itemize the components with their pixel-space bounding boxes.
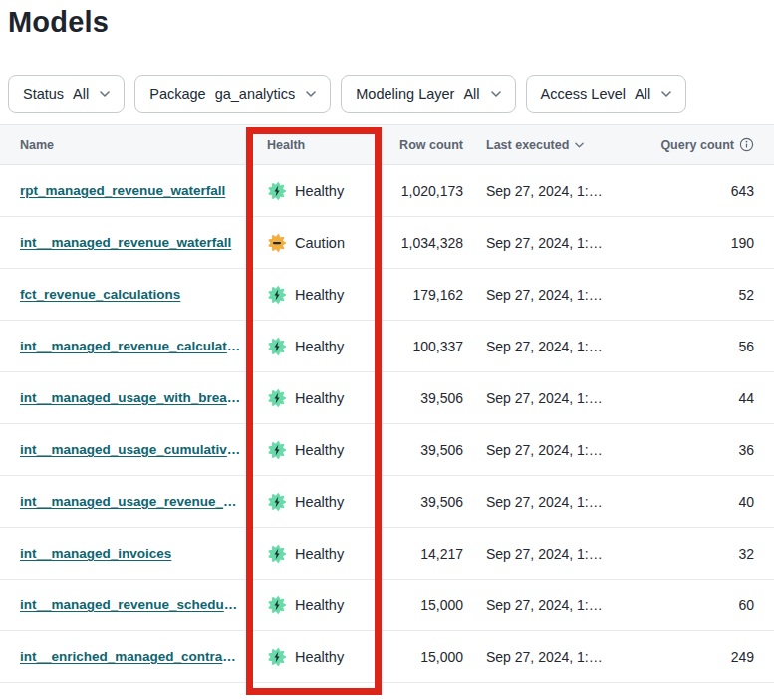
health-label: Healthy	[295, 390, 344, 406]
query-count-cell: 44	[645, 390, 774, 406]
last-executed-cell: Sep 27, 2024, 1:…	[471, 442, 645, 458]
model-name-link[interactable]: rpt_managed_revenue_waterfall	[20, 183, 241, 198]
model-name-link[interactable]: int__managed_revenue_schedule_…	[20, 597, 241, 612]
filter-status[interactable]: Status All	[8, 75, 125, 113]
health-label: Caution	[295, 235, 345, 251]
health-label: Healthy	[295, 649, 344, 665]
model-name-link[interactable]: fct_revenue_calculations	[20, 287, 241, 302]
filter-bar: Status All Package ga_analytics Modeling…	[8, 75, 774, 113]
query-count-cell: 249	[645, 649, 774, 665]
filter-label: Access Level	[541, 86, 626, 102]
filter-value: All	[635, 86, 650, 102]
health-badge-icon	[267, 181, 287, 201]
table-row: int__managed_invoices Healthy 14,217 Sep…	[0, 528, 774, 580]
row-count-cell: 15,000	[382, 649, 471, 665]
health-cell: Healthy	[249, 492, 382, 512]
query-count-cell: 643	[645, 183, 774, 199]
last-executed-cell: Sep 27, 2024, 1:…	[471, 494, 645, 510]
filter-access-level[interactable]: Access Level All	[526, 75, 687, 113]
health-label: Healthy	[295, 183, 344, 199]
health-badge-icon	[267, 285, 287, 305]
table-body: rpt_managed_revenue_waterfall Healthy 1,…	[0, 165, 774, 683]
health-cell: Healthy	[249, 285, 382, 305]
filter-value: All	[73, 86, 89, 102]
row-count-cell: 39,506	[382, 390, 471, 406]
health-cell: Healthy	[249, 388, 382, 408]
health-badge-icon	[267, 337, 287, 356]
table-row: int__managed_usage_cumulative_… Healthy …	[0, 424, 774, 476]
health-badge-icon	[267, 233, 287, 253]
chevron-down-icon	[661, 91, 671, 97]
page-title: Models	[8, 6, 774, 39]
query-count-cell: 36	[645, 442, 774, 458]
last-executed-cell: Sep 27, 2024, 1:…	[471, 235, 645, 251]
table-row: rpt_managed_revenue_waterfall Healthy 1,…	[0, 165, 774, 217]
filter-value: ga_analytics	[215, 86, 296, 102]
health-label: Healthy	[295, 339, 344, 354]
model-name-link[interactable]: int__managed_usage_revenue_sc…	[20, 494, 241, 509]
info-icon[interactable]	[739, 137, 754, 152]
health-label: Healthy	[295, 546, 344, 562]
health-badge-icon	[267, 647, 287, 667]
chevron-down-icon	[306, 91, 316, 97]
health-label: Healthy	[295, 442, 344, 458]
column-header-last-executed[interactable]: Last executed	[471, 138, 645, 152]
sort-chevron-icon	[575, 142, 584, 148]
health-cell: Healthy	[249, 337, 382, 356]
table-row: int__managed_revenue_schedule_… Healthy …	[0, 580, 774, 631]
last-executed-cell: Sep 27, 2024, 1:…	[471, 339, 645, 354]
column-header-name: Name	[0, 138, 249, 152]
query-count-cell: 52	[645, 287, 774, 303]
last-executed-cell: Sep 27, 2024, 1:…	[471, 390, 645, 406]
last-executed-cell: Sep 27, 2024, 1:…	[471, 597, 645, 613]
table-header-row: Name Health Row count Last executed Quer…	[0, 124, 774, 165]
health-cell: Healthy	[249, 647, 382, 667]
query-count-cell: 60	[645, 597, 774, 613]
column-header-label: Query count	[660, 138, 734, 152]
model-name-link[interactable]: int__managed_revenue_calculations	[20, 339, 241, 353]
health-badge-icon	[267, 492, 287, 512]
row-count-cell: 14,217	[382, 546, 471, 562]
health-badge-icon	[267, 440, 287, 460]
last-executed-cell: Sep 27, 2024, 1:…	[471, 649, 645, 665]
column-header-health: Health	[249, 138, 382, 152]
health-badge-icon	[267, 595, 287, 615]
last-executed-cell: Sep 27, 2024, 1:…	[471, 546, 645, 562]
model-name-link[interactable]: int__enriched_managed_contracts	[20, 649, 241, 664]
model-name-link[interactable]: int__managed_invoices	[20, 546, 241, 561]
chevron-down-icon	[100, 91, 110, 97]
health-cell: Healthy	[249, 595, 382, 615]
health-badge-icon	[267, 544, 287, 564]
filter-modeling-layer[interactable]: Modeling Layer All	[341, 75, 515, 113]
row-count-cell: 39,506	[382, 494, 471, 510]
chevron-down-icon	[491, 91, 501, 97]
column-header-row-count: Row count	[382, 138, 471, 152]
health-cell: Caution	[249, 233, 382, 253]
filter-label: Modeling Layer	[356, 86, 454, 102]
model-name-link[interactable]: int__managed_usage_with_breaka…	[20, 390, 241, 405]
column-header-label: Last executed	[486, 138, 569, 152]
last-executed-cell: Sep 27, 2024, 1:…	[471, 287, 645, 303]
table-row: fct_revenue_calculations Healthy 179,162…	[0, 269, 774, 321]
last-executed-cell: Sep 27, 2024, 1:…	[471, 183, 645, 199]
table-row: int__managed_usage_revenue_sc… Healthy 3…	[0, 476, 774, 528]
health-label: Healthy	[295, 287, 344, 303]
filter-label: Status	[23, 86, 64, 102]
model-name-link[interactable]: int__managed_usage_cumulative_…	[20, 442, 241, 457]
health-cell: Healthy	[249, 544, 382, 564]
row-count-cell: 100,337	[382, 339, 471, 354]
models-page: Models Status All Package ga_analytics M…	[0, 6, 774, 700]
table-row: int__enriched_managed_contracts Healthy …	[0, 631, 774, 683]
query-count-cell: 56	[645, 339, 774, 354]
health-cell: Healthy	[249, 440, 382, 460]
row-count-cell: 1,020,173	[382, 183, 471, 199]
query-count-cell: 190	[645, 235, 774, 251]
model-name-link[interactable]: int__managed_revenue_waterfall	[20, 235, 241, 250]
filter-package[interactable]: Package ga_analytics	[134, 75, 331, 113]
table-row: int__managed_revenue_waterfall Caution 1…	[0, 217, 774, 269]
row-count-cell: 1,034,328	[382, 235, 471, 251]
table-row: int__managed_revenue_calculations Health…	[0, 321, 774, 372]
row-count-cell: 39,506	[382, 442, 471, 458]
filter-value: All	[463, 86, 479, 102]
models-table: Name Health Row count Last executed Quer…	[0, 124, 774, 683]
